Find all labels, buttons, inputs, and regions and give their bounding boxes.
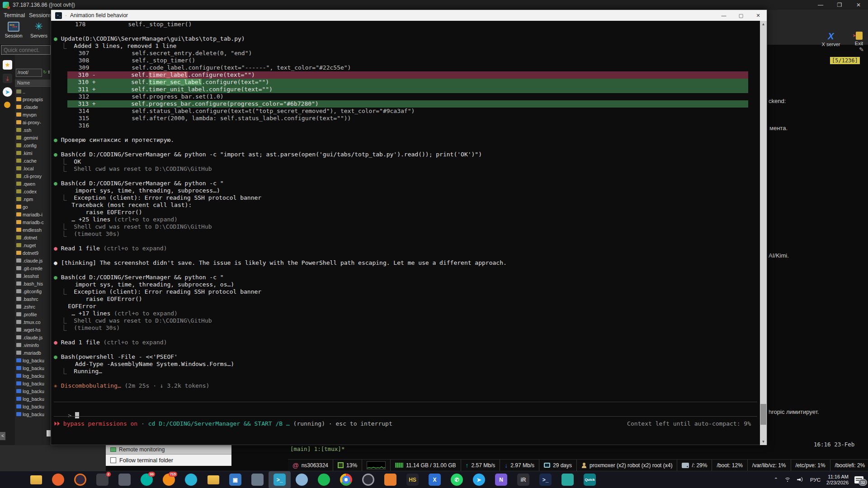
taskbar-terminal-active-window[interactable]: >_ [269,471,291,488]
file-column-header[interactable]: Name [15,80,51,87]
taskbar-edge-browser[interactable] [180,471,202,488]
taskbar-chrome-browser[interactable] [335,471,357,488]
scrollbar[interactable]: ▲ ▼ [760,21,767,445]
path-input[interactable]: /root/ [16,69,42,77]
scrollbar-thumb[interactable] [760,404,766,425]
notification-center-icon[interactable]: 32 [854,476,863,483]
file-item-.nuget[interactable]: .nuget [15,241,51,249]
taskbar-whatsapp[interactable]: ✆ [446,471,468,488]
close-icon[interactable]: ✕ [849,2,868,8]
file-item-.claude.js[interactable]: .claude.js [15,333,51,341]
edit-pencil-icon[interactable]: ✎ [859,46,864,53]
taskbar-obs-app[interactable] [357,471,379,488]
claude-titlebar[interactable]: ＞_ · Animation field behavior — ▢ ✕ [51,10,767,21]
file-item-go[interactable]: go [15,203,51,211]
file-item-log_backu[interactable]: log_backu [15,387,51,395]
file-item-myvpn[interactable]: myvpn [15,111,51,118]
taskbar-folder-shortcut[interactable] [202,471,224,488]
taskbar-firefox-browser[interactable] [69,471,91,488]
file-item-.npm[interactable]: .npm [15,195,51,203]
restore-icon[interactable]: ❐ [830,2,849,8]
menu-sessions[interactable]: Sessions [29,12,52,19]
taskbar-app-x-blue[interactable]: X [424,471,446,488]
taskbar-app-badge-2[interactable]: 2 [91,471,113,488]
session-button[interactable]: Session [1,22,26,38]
language-indicator[interactable]: РУС [810,477,821,483]
taskbar-app-grey[interactable] [113,471,136,488]
file-item-.cache[interactable]: .cache [15,157,51,164]
taskbar-app-blue-window[interactable]: ▣ [224,471,246,488]
file-item-.ssh[interactable]: .ssh [15,126,51,134]
file-item-mariadb-i[interactable]: mariadb-i [15,211,51,218]
minimize-icon[interactable]: — [715,10,732,21]
taskbar-clock[interactable]: 11:16 AM 2/23/2026 [826,474,849,486]
taskbar-quick-app[interactable]: Quick [579,471,601,488]
file-item-mariadb-c[interactable]: mariadb-c [15,218,51,226]
file-item-log_backu[interactable]: log_backu [15,372,51,380]
prompt-input[interactable]: > [54,405,79,413]
scroll-up-icon[interactable]: ▲ [760,21,767,28]
taskbar-app-slate[interactable] [246,471,269,488]
taskbar-hs-app[interactable]: HS [401,471,424,488]
exit-button[interactable]: Exit [846,31,868,46]
file-item-.git-crede[interactable]: .git-crede [15,264,51,272]
taskbar-anydesk[interactable]: 30 [136,471,158,488]
file-item-ai-proxy-[interactable]: ai-proxy- [15,118,51,126]
taskbar-file-explorer[interactable] [25,471,47,488]
minimize-icon[interactable]: — [811,2,830,8]
taskbar-notepadpp[interactable]: N [490,471,512,488]
taskbar-paint-app[interactable] [291,471,313,488]
download-icon[interactable]: ⤓ [3,74,12,83]
file-item-.profile[interactable]: .profile [15,310,51,318]
file-item-.lesshst[interactable]: .lesshst [15,272,51,280]
telegram-icon[interactable]: ➤ [3,87,12,97]
maximize-icon[interactable]: ▢ [732,10,750,21]
yellow-dot-icon[interactable] [4,102,10,108]
file-item-.config[interactable]: .config [15,141,51,149]
refresh-icon[interactable]: ↻ [43,70,47,75]
x-server-button[interactable]: X X server [818,31,844,47]
file-item-.kimi[interactable]: .kimi [15,149,51,157]
file-item-.tmux.co[interactable]: .tmux.co [15,318,51,326]
file-item-.claude[interactable]: .claude [15,103,51,111]
file-item-proxyapis[interactable]: proxyapis [15,95,51,103]
file-item-.dotnet[interactable]: .dotnet [15,234,51,241]
favorites-star-icon[interactable]: ★ [3,60,12,70]
menu-terminal[interactable]: Terminal [4,12,25,19]
scroll-down-icon[interactable]: ▼ [760,438,767,445]
remote-monitoring-row[interactable]: Remote monitoring [106,445,231,454]
taskbar-ir-app[interactable]: iR [512,471,534,488]
file-item-log_backu[interactable]: log_backu [15,380,51,387]
file-item-.cli-proxy[interactable]: .cli-proxy [15,172,51,180]
file-item-log_backu[interactable]: log_backu [15,403,51,410]
taskbar-app-orange-badge[interactable]: 715 [158,471,180,488]
wifi-icon[interactable] [784,477,791,483]
file-item-log_backu[interactable]: log_backu [15,364,51,372]
file-item-..[interactable]: .. [15,88,51,95]
file-item-dotnet9[interactable]: dotnet9 [15,249,51,257]
file-item-.zshrc[interactable]: .zshrc [15,303,51,310]
taskbar-spotify[interactable] [313,471,335,488]
file-item-.gemini[interactable]: .gemini [15,134,51,141]
file-item-.qwen[interactable]: .qwen [15,180,51,188]
file-item-endlessh[interactable]: endlessh [15,226,51,234]
file-item-log_backu[interactable]: log_backu [15,395,51,403]
file-item-log_backu[interactable]: log_backu [15,357,51,364]
volume-icon[interactable] [797,477,804,483]
servers-button[interactable]: ✳ Servers [26,22,52,38]
close-icon[interactable]: ✕ [750,10,767,21]
taskbar-start-button[interactable] [3,471,25,488]
file-item-.codex[interactable]: .codex [15,188,51,195]
file-item-.wget-hs[interactable]: .wget-hs [15,326,51,333]
taskbar-camera-app[interactable] [557,471,579,488]
file-item-.mariadb[interactable]: .mariadb [15,349,51,357]
file-item-.gitconfig[interactable]: .gitconfig [15,287,51,295]
tray-chevron-icon[interactable]: ⌃ [774,477,778,483]
taskbar-brave-browser[interactable] [47,471,69,488]
taskbar-powershell[interactable]: >_ [534,471,557,488]
horizontal-scroll-left-button[interactable]: < [0,432,5,440]
file-item-.bash_his[interactable]: .bash_his [15,280,51,287]
taskbar-app-orange-2[interactable] [379,471,401,488]
file-item-.claude.js[interactable]: .claude.js [15,257,51,264]
file-item-.bashrc[interactable]: .bashrc [15,295,51,303]
